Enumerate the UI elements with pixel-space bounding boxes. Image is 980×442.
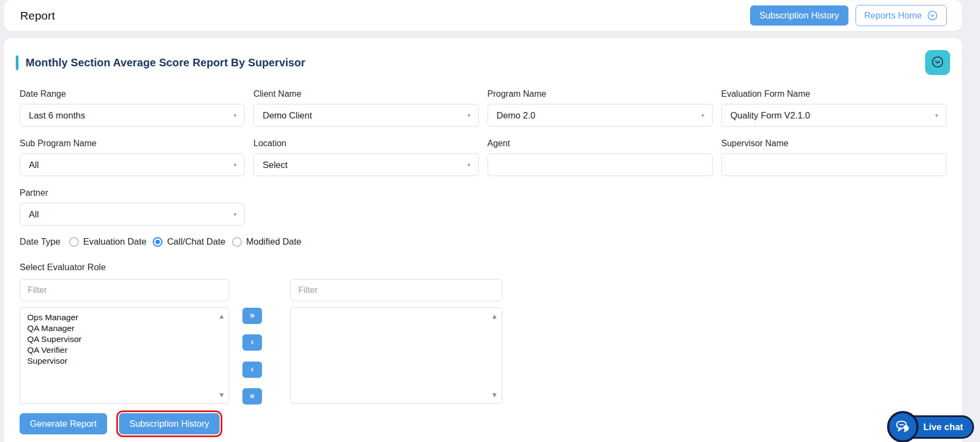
caret-down-icon: ▾	[467, 112, 471, 119]
report-filter-grid: Date Range Last 6 months ▾ Client Name D…	[20, 89, 946, 226]
radio-evaluation-date[interactable]: Evaluation Date	[69, 236, 147, 247]
chat-bubbles-icon[interactable]	[887, 411, 919, 442]
selected-roles-column: ▲ ▼	[290, 279, 502, 404]
scroll-down-icon[interactable]: ▼	[491, 391, 498, 399]
select-value: Quality Form V2.1.0	[731, 110, 810, 121]
scroll-up-icon[interactable]: ▲	[218, 313, 225, 320]
date-type-row: Date Type Evaluation Date Call/Chat Date…	[20, 236, 946, 247]
supervisor-name-label: Supervisor Name	[721, 139, 946, 148]
sub-program-name-label: Sub Program Name	[20, 139, 245, 148]
field-client-name: Client Name Demo Client ▾	[253, 89, 478, 127]
select-value: Demo 2.0	[497, 110, 536, 121]
radio-circle-icon	[232, 237, 242, 247]
collapse-panel-button[interactable]	[925, 50, 950, 75]
list-item[interactable]: QA Manager	[27, 323, 213, 334]
list-item[interactable]: Supervisor	[27, 356, 213, 366]
agent-input[interactable]	[488, 153, 713, 176]
sub-program-name-select[interactable]: All ▾	[20, 153, 245, 176]
selected-roles-filter-input[interactable]	[290, 279, 502, 301]
list-item[interactable]: Ops Manager	[27, 312, 213, 323]
reports-home-label: Reports Home	[864, 10, 922, 21]
field-evaluation-form-name: Evaluation Form Name Quality Form V2.1.0…	[721, 89, 946, 127]
partner-select[interactable]: All ▾	[20, 203, 245, 226]
evaluator-role-label: Select Evaluator Role	[20, 262, 946, 272]
available-roles-filter-input[interactable]	[20, 279, 229, 301]
date-type-label: Date Type	[20, 236, 60, 247]
report-card-header: Monthly Section Average Score Report By …	[16, 50, 950, 75]
location-label: Location	[253, 139, 478, 148]
field-partner: Partner All ▾	[20, 188, 245, 226]
program-name-select[interactable]: Demo 2.0 ▾	[488, 104, 713, 127]
date-range-select[interactable]: Last 6 months ▾	[20, 104, 245, 127]
program-name-label: Program Name	[488, 89, 713, 99]
field-supervisor-name: Supervisor Name	[721, 139, 946, 176]
live-chat-label: Live chat	[923, 422, 963, 432]
radio-label: Modified Date	[246, 236, 302, 247]
field-location: Location Select ▾	[253, 139, 478, 176]
select-value: All	[29, 160, 39, 170]
report-title-wrap: Monthly Section Average Score Report By …	[16, 55, 305, 70]
caret-down-icon: ▾	[234, 211, 237, 218]
move-all-right-button[interactable]: »	[242, 308, 262, 324]
page-title: Report	[20, 9, 55, 22]
caret-down-icon: ▾	[935, 112, 938, 119]
accent-bar	[16, 55, 18, 70]
chevron-down-circle-icon	[931, 55, 945, 71]
field-program-name: Program Name Demo 2.0 ▾	[488, 89, 713, 127]
agent-label: Agent	[488, 139, 713, 148]
report-card: Monthly Section Average Score Report By …	[4, 38, 962, 442]
evaluation-form-name-label: Evaluation Form Name	[721, 89, 946, 99]
available-roles-column: Ops Manager QA Manager QA Supervisor QA …	[20, 279, 229, 404]
radio-call-chat-date[interactable]: Call/Chat Date	[153, 236, 225, 247]
generate-report-button[interactable]: Generate Report	[20, 413, 107, 434]
available-roles-listbox[interactable]: Ops Manager QA Manager QA Supervisor QA …	[20, 307, 229, 404]
evaluation-form-name-select[interactable]: Quality Form V2.1.0 ▾	[721, 104, 946, 127]
partner-label: Partner	[20, 188, 245, 198]
radio-circle-checked-icon	[153, 237, 163, 247]
scroll-down-icon[interactable]: ▼	[218, 391, 225, 399]
supervisor-name-input[interactable]	[721, 153, 946, 176]
radio-label: Call/Chat Date	[167, 236, 225, 247]
client-name-select[interactable]: Demo Client ▾	[253, 104, 478, 127]
select-value: Select	[263, 160, 288, 170]
field-date-range: Date Range Last 6 months ▾	[20, 89, 245, 127]
report-title: Monthly Section Average Score Report By …	[26, 57, 305, 69]
move-right-button[interactable]: ›	[242, 334, 262, 351]
client-name-label: Client Name	[253, 89, 478, 99]
subscription-history-button[interactable]: Subscription History	[119, 413, 220, 434]
transfer-buttons-column: » › ‹ «	[242, 279, 262, 404]
report-actions: Generate Report Subscription History	[20, 413, 946, 434]
header-actions: Subscription History Reports Home	[750, 5, 947, 26]
select-value: Last 6 months	[29, 110, 85, 121]
caret-down-icon: ▾	[467, 161, 471, 169]
move-all-left-button[interactable]: «	[242, 388, 262, 404]
location-select[interactable]: Select ▾	[253, 153, 478, 176]
date-range-label: Date Range	[20, 89, 245, 99]
list-item[interactable]: QA Verifier	[27, 345, 213, 356]
subscription-history-header-button[interactable]: Subscription History	[750, 5, 848, 26]
list-item[interactable]: QA Supervisor	[27, 334, 213, 345]
radio-label: Evaluation Date	[83, 236, 147, 247]
caret-down-icon: ▾	[234, 112, 237, 119]
chevron-down-circle-icon	[927, 10, 938, 21]
select-value: Demo Client	[263, 110, 312, 121]
scroll-up-icon[interactable]: ▲	[491, 313, 498, 320]
radio-circle-icon	[69, 237, 79, 247]
evaluator-role-dual-list: Ops Manager QA Manager QA Supervisor QA …	[20, 279, 946, 404]
select-value: All	[29, 209, 39, 220]
caret-down-icon: ▾	[701, 112, 704, 119]
radio-modified-date[interactable]: Modified Date	[232, 236, 302, 247]
move-left-button[interactable]: ‹	[242, 362, 262, 378]
reports-home-button[interactable]: Reports Home	[856, 5, 947, 26]
field-agent: Agent	[488, 139, 713, 176]
live-chat-widget[interactable]: Live chat	[890, 415, 974, 439]
selected-roles-listbox[interactable]: ▲ ▼	[290, 307, 502, 404]
field-sub-program-name: Sub Program Name All ▾	[20, 139, 245, 176]
caret-down-icon: ▾	[234, 161, 237, 169]
top-header-bar: Report Subscription History Reports Home	[4, 0, 962, 31]
